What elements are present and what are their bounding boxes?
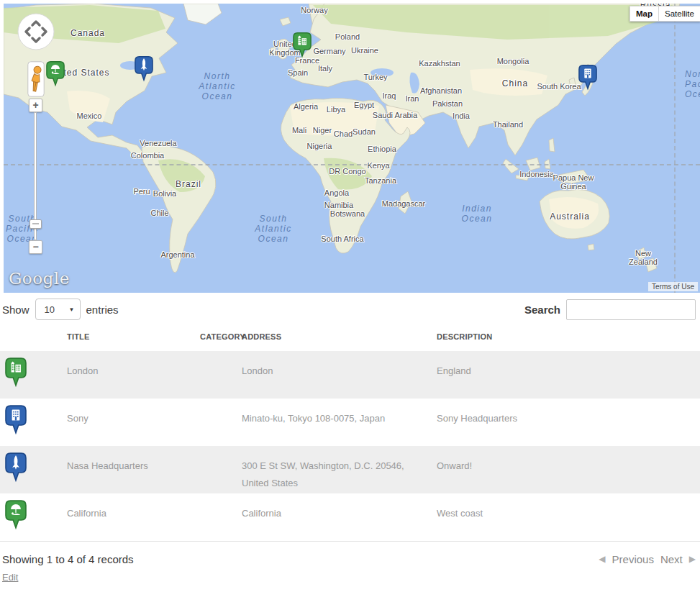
map-label-country: Tanzania xyxy=(365,176,396,185)
map-label-country: Chad xyxy=(334,129,353,138)
map-label-country: Kazakhstan xyxy=(419,59,460,68)
map-marker-nasa[interactable] xyxy=(135,55,153,82)
beach-icon xyxy=(5,499,27,530)
terms-of-use-link[interactable]: Terms of Use xyxy=(648,282,698,291)
column-header-title[interactable]: TITLE xyxy=(67,324,200,351)
map-label-country: India xyxy=(453,111,470,120)
map-label-country: Niger xyxy=(313,126,332,135)
city-icon xyxy=(5,357,27,388)
map-label-country: Pakistan xyxy=(432,99,463,108)
map-type-control: Map Satellite xyxy=(629,6,700,22)
table-row-sony[interactable]: SonyMinato-ku, Tokyo 108-0075, JapanSony… xyxy=(0,399,700,446)
map-label-country: Libya xyxy=(327,105,345,114)
map-label-country: Argentina xyxy=(160,250,194,259)
map-label-country: Brazil xyxy=(176,180,201,188)
map-section: CanadaUnited StatesMexicoVenezuelaColomb… xyxy=(0,0,700,293)
map-label-country: Mongolia xyxy=(497,57,529,65)
map-label-country: South Korea xyxy=(537,82,581,91)
map-label-country: Poland xyxy=(335,32,360,41)
row-address-cell: London xyxy=(242,351,437,399)
table-header-row: TITLE CATEGORY ADDRESS DESCRIPTION xyxy=(0,324,700,351)
table-footer: Showing 1 to 4 of 4 records ◀ Previous N… xyxy=(0,542,700,565)
map-label-country: Madagascar xyxy=(382,199,426,208)
row-address-cell: Minato-ku, Tokyo 108-0075, Japan xyxy=(242,399,437,446)
table-row-california[interactable]: CaliforniaCaliforniaWest coast xyxy=(0,493,700,541)
table-row-nasa-headquarters[interactable]: Nasa Headquarters300 E St SW, Washington… xyxy=(0,446,700,493)
map-label-country: Thailand xyxy=(493,120,523,129)
edit-link[interactable]: Edit xyxy=(2,572,18,583)
map-label-country: Venezuela xyxy=(140,139,176,147)
map-label-country: Mexico xyxy=(77,111,102,120)
map-label-country: Indonesia xyxy=(519,170,554,178)
map-label-country: South Africa xyxy=(321,234,363,243)
locations-table: TITLE CATEGORY ADDRESS DESCRIPTION Londo… xyxy=(0,324,700,542)
zoom-out-button[interactable]: − xyxy=(29,240,42,254)
city-icon xyxy=(293,32,312,58)
map-marker-sony[interactable] xyxy=(578,64,597,91)
map-label-country: Kenya xyxy=(367,161,389,170)
next-arrow-icon[interactable]: ▶ xyxy=(689,554,696,564)
map-label-country: Namibia xyxy=(324,201,353,209)
zoom-slider-handle[interactable] xyxy=(29,219,42,229)
map-marker-california[interactable] xyxy=(46,60,65,87)
show-label: Show xyxy=(2,304,29,316)
column-header-address[interactable]: ADDRESS xyxy=(242,324,437,351)
map-pan-control[interactable] xyxy=(17,13,55,50)
map-label-country: Norway xyxy=(301,6,327,14)
entries-label: entries xyxy=(86,304,119,316)
map-label-ocean: SouthAtlanticOcean xyxy=(255,214,291,244)
search-input[interactable] xyxy=(566,299,696,320)
map-label-country: China xyxy=(502,79,528,88)
map-label-country: Chile xyxy=(150,209,168,217)
row-marker-icon-cell xyxy=(0,493,67,541)
beach-icon xyxy=(46,60,65,87)
map-type-satellite-button[interactable]: Satellite xyxy=(658,6,700,22)
row-title-cell: London xyxy=(67,351,200,399)
row-category-cell xyxy=(200,351,242,399)
table-row-london[interactable]: LondonLondonEngland xyxy=(0,351,700,399)
map-label-country: Saudi Arabia xyxy=(373,111,417,119)
row-marker-icon-cell xyxy=(0,446,67,493)
map-label-country: Turkey xyxy=(363,73,387,81)
map-label-country: Egypt xyxy=(354,101,374,109)
search-label: Search xyxy=(524,304,560,316)
google-logo[interactable]: Google xyxy=(9,269,70,288)
pegman-streetview-control[interactable] xyxy=(27,61,45,97)
map-label-country: Australia xyxy=(550,212,590,221)
previous-button[interactable]: Previous xyxy=(612,553,654,565)
column-header-icon[interactable] xyxy=(0,324,67,351)
map-label-country: Iraq xyxy=(383,91,396,100)
map-label-country: Ethiopia xyxy=(368,145,396,153)
map-canvas[interactable]: CanadaUnited StatesMexicoVenezuelaColomb… xyxy=(4,4,700,293)
map-label-country: Papua NewGuinea xyxy=(553,173,594,191)
previous-arrow-icon[interactable]: ◀ xyxy=(599,554,605,564)
map-type-map-button[interactable]: Map xyxy=(629,6,658,22)
row-description-cell: Onward! xyxy=(437,446,700,493)
column-header-category[interactable]: CATEGORY xyxy=(200,324,242,351)
map-label-country: Colombia xyxy=(131,151,164,160)
row-category-cell xyxy=(200,446,242,493)
map-label-country: Nigeria xyxy=(307,142,332,150)
map-label-country: Bolivia xyxy=(153,189,176,198)
map-label-ocean: IndianOcean xyxy=(462,204,493,224)
dashed-meridian-line xyxy=(674,4,676,293)
page: CanadaUnited StatesMexicoVenezuelaColomb… xyxy=(0,0,700,592)
zoom-in-button[interactable]: + xyxy=(29,99,42,112)
row-title-cell: Sony xyxy=(67,399,200,446)
map-label-country: Germany xyxy=(313,47,345,55)
pegman-icon xyxy=(27,61,45,97)
page-length-select-wrap: 10 ▼ xyxy=(35,299,81,320)
map-label-ocean: NorthAtlanticOcean xyxy=(199,71,235,101)
building-icon xyxy=(578,64,597,91)
map-label-country: Afghanistan xyxy=(420,86,462,95)
pan-arrows-icon xyxy=(17,13,55,50)
next-button[interactable]: Next xyxy=(660,553,683,565)
column-header-description[interactable]: DESCRIPTION xyxy=(437,324,700,351)
page-length-select[interactable]: 10 xyxy=(35,299,81,320)
map-marker-london[interactable] xyxy=(293,32,312,58)
map-label-country: Sudan xyxy=(353,127,376,136)
search-control: Search xyxy=(524,299,696,320)
map-label-country: DR Congo xyxy=(329,167,365,176)
building-icon xyxy=(5,404,27,435)
row-marker-icon-cell xyxy=(0,351,67,399)
